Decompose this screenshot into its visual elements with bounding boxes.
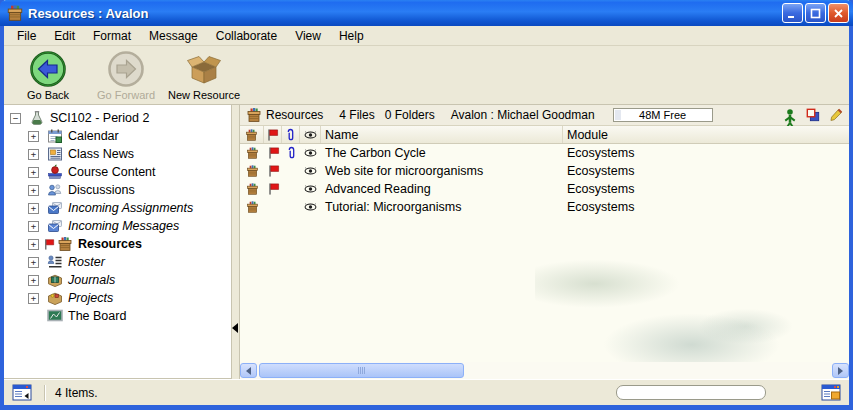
expand-toggle[interactable]: + [28, 167, 39, 178]
expand-toggle[interactable]: + [28, 149, 39, 160]
tree-root-sci102-period-2[interactable]: −SCI102 - Period 2 [4, 109, 231, 127]
app-window: Resources : Avalon FileEditFormatMessage… [0, 0, 853, 410]
window-controls [782, 3, 849, 23]
scroll-left-button[interactable] [240, 363, 257, 378]
go-back-button[interactable]: Go Back [12, 50, 84, 101]
sidebar-item-discussions[interactable]: +Discussions [4, 181, 231, 199]
collapse-toggle[interactable]: − [10, 113, 21, 124]
name-column-header[interactable]: Name [321, 126, 563, 143]
sidebar-item-class-news[interactable]: +Class News [4, 145, 231, 163]
expand-toggle[interactable]: + [28, 239, 39, 250]
flag-icon [43, 238, 55, 251]
collapse-tree-arrow-icon[interactable] [232, 323, 238, 333]
resource-module: Ecosystems [563, 198, 849, 216]
go-forward-icon [107, 50, 145, 88]
owner-label: Avalon : Michael Goodman [451, 108, 595, 122]
visibility-column-header[interactable] [300, 126, 321, 143]
sidebar-item-projects[interactable]: +Projects [4, 289, 231, 307]
menu-item-help[interactable]: Help [330, 27, 373, 45]
sidebar-item-course-content[interactable]: +Course Content [4, 163, 231, 181]
pencil-icon[interactable] [829, 108, 843, 123]
paperclip-icon [282, 144, 300, 162]
resource-item-icon [240, 162, 264, 180]
files-count: 4 Files [339, 108, 374, 122]
table-row-tutorial-microorganisms[interactable]: Tutorial: MicroorganismsEcosystems [240, 198, 849, 216]
module-column-header[interactable]: Module [563, 126, 849, 143]
expand-toggle[interactable]: + [28, 257, 39, 268]
menu-item-file[interactable]: File [8, 27, 45, 45]
menu-item-view[interactable]: View [286, 27, 330, 45]
sidebar-item-resources[interactable]: +Resources [4, 235, 231, 253]
eye-icon [300, 144, 321, 162]
new-resource-button[interactable]: New Resource [168, 50, 240, 101]
eye-icon [300, 162, 321, 180]
main-area: −SCI102 - Period 2+Calendar+Class News+C… [4, 105, 849, 379]
sidebar-item-journals[interactable]: +Journals [4, 271, 231, 289]
attachment-cell-empty [282, 180, 300, 198]
sidebar-item-calendar[interactable]: +Calendar [4, 127, 231, 145]
new-resource-icon [185, 50, 223, 88]
attachment-column-header[interactable] [282, 126, 300, 143]
resource-name: Tutorial: Microorganisms [321, 198, 563, 216]
background-watermark [535, 255, 805, 370]
resource-name: Advanced Reading [321, 180, 563, 198]
sidebar-item-roster[interactable]: +Roster [4, 253, 231, 271]
eye-icon [300, 180, 321, 198]
minimize-button[interactable] [782, 3, 803, 23]
menu-item-format[interactable]: Format [84, 27, 140, 45]
expand-toggle[interactable]: + [28, 275, 39, 286]
expand-toggle[interactable]: + [28, 203, 39, 214]
resources-box-icon [246, 107, 262, 123]
menu-item-collaborate[interactable]: Collaborate [207, 27, 286, 45]
discussions-icon [47, 182, 63, 198]
horizontal-scrollbar[interactable] [240, 362, 849, 379]
expand-toggle[interactable]: + [28, 293, 39, 304]
resource-module: Ecosystems [563, 144, 849, 162]
flag-icon [264, 162, 282, 180]
flask-icon [29, 110, 45, 126]
incoming-assignments-icon [47, 200, 63, 216]
table-row-web-site-for-microorganisms[interactable]: Web site for microorganismsEcosystems [240, 162, 849, 180]
toolbar: Go BackGo ForwardNew Resource [4, 46, 849, 105]
sidebar-item-incoming-assignments[interactable]: +Incoming Assignments [4, 199, 231, 217]
go-back-icon [29, 50, 67, 88]
panel-view-icon[interactable] [12, 384, 32, 401]
menu-item-edit[interactable]: Edit [45, 27, 84, 45]
resource-name: Web site for microorganisms [321, 162, 563, 180]
resource-name: The Carbon Cycle [321, 144, 563, 162]
resources-box-icon [57, 236, 73, 252]
menu-item-message[interactable]: Message [140, 27, 207, 45]
expand-toggle[interactable]: + [28, 185, 39, 196]
table-row-advanced-reading[interactable]: Advanced ReadingEcosystems [240, 180, 849, 198]
roster-icon [47, 254, 63, 270]
sidebar-item-incoming-messages[interactable]: +Incoming Messages [4, 217, 231, 235]
free-space-gauge: 48M Free [613, 108, 713, 122]
resource-item-icon [240, 144, 264, 162]
expand-toggle[interactable]: + [28, 221, 39, 232]
title-bar[interactable]: Resources : Avalon [0, 0, 853, 26]
scrollbar-thumb[interactable] [259, 363, 464, 378]
sidebar-item-the-board[interactable]: The Board [4, 307, 231, 325]
go-forward-button: Go Forward [90, 50, 162, 101]
resource-module: Ecosystems [563, 162, 849, 180]
person-icon[interactable] [783, 108, 797, 123]
maximize-button[interactable] [805, 3, 826, 23]
resource-item-icon [240, 198, 264, 216]
layers-icon[interactable] [806, 108, 820, 123]
free-space-label: 48M Free [639, 109, 686, 121]
item-column-header[interactable] [240, 126, 264, 143]
status-bar: 4 Items. [4, 379, 849, 405]
window-title: Resources : Avalon [28, 6, 782, 21]
calendar-icon [47, 128, 63, 144]
table-row-the-carbon-cycle[interactable]: The Carbon CycleEcosystems [240, 144, 849, 162]
scroll-right-button[interactable] [832, 363, 849, 378]
panel-splitter[interactable] [232, 105, 240, 379]
resource-item-icon [240, 180, 264, 198]
flag-icon [264, 144, 282, 162]
expand-toggle[interactable]: + [28, 131, 39, 142]
free-space-fill [615, 110, 621, 120]
layout-view-icon[interactable] [821, 384, 841, 401]
close-button[interactable] [828, 3, 849, 23]
flag-column-header[interactable] [264, 126, 282, 143]
resource-list: The Carbon CycleEcosystemsWeb site for m… [240, 144, 849, 216]
